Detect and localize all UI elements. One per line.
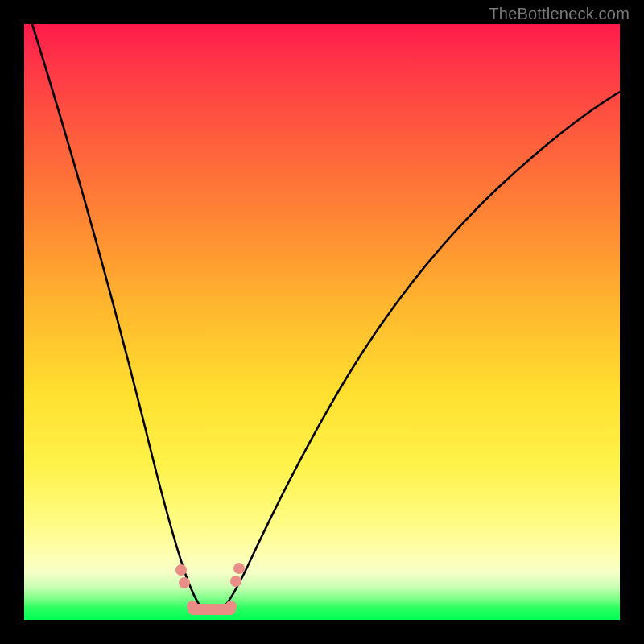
valley-end-right (225, 601, 237, 612)
valley-dot-left-upper (175, 564, 187, 576)
valley-end-left (187, 601, 198, 612)
bottleneck-curve (32, 24, 620, 605)
watermark-text: TheBottleneck.com (489, 5, 630, 23)
valley-dot-right-lower (230, 576, 242, 587)
plot-area (24, 24, 620, 620)
chart-stage: TheBottleneck.com (0, 0, 644, 644)
valley-dot-left-lower (179, 577, 190, 588)
curve-svg (24, 24, 620, 620)
valley-dot-right-upper (233, 563, 245, 574)
